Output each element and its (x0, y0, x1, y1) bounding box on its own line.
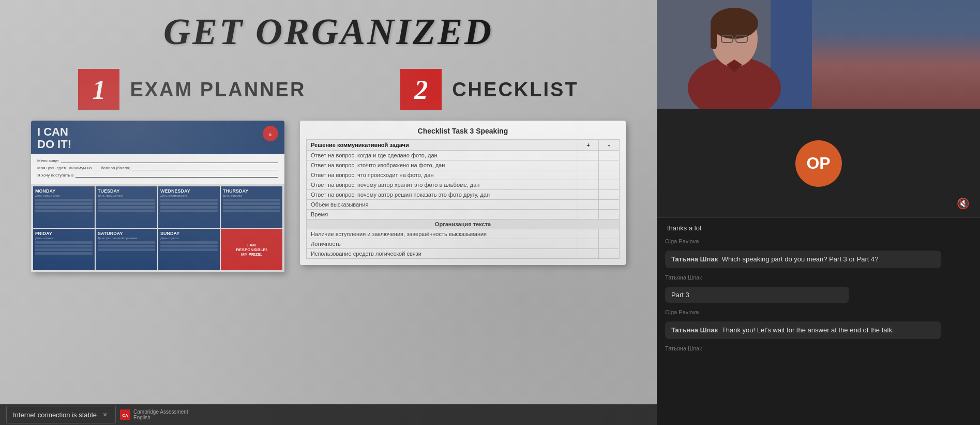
chat-message: Part 3 (665, 287, 972, 303)
col-header-main: Решение коммуникативной задачи (307, 140, 578, 151)
table-row: Объём высказывания (307, 200, 620, 210)
chat-message: thanks a lot (665, 224, 972, 232)
chat-messages: thanks a lot Olga Pavlova Татьяна Шпак W… (657, 218, 980, 425)
day-friday: Friday День чтения (33, 229, 95, 270)
table-row: Ответ на вопрос, что происходит на фото,… (307, 170, 620, 180)
sender-label: Olga Pavlova (665, 238, 972, 244)
bottom-bar: Internet connection is stable × CA Cambr… (0, 404, 657, 425)
right-sidebar: OP 🔇 thanks a lot Olga Pavlova Татьяна Ш… (657, 0, 980, 425)
connection-text: Internet connection is stable (13, 411, 97, 419)
day-wednesday: Wednesday День аудирования (158, 186, 220, 228)
day-thursday: Thursday День Письма (221, 186, 282, 228)
chat-message: Татьяна Шпак Thank you! Let's wait for t… (665, 321, 972, 339)
connection-status: Internet connection is stable × (6, 406, 116, 423)
table-section-row: Организация текста (307, 219, 620, 229)
planner-card: I CANDO IT! B Меня зовут Моя цель с (31, 121, 284, 272)
table-row: Ответ на вопрос, почему автор хранит это… (307, 180, 620, 190)
planner-header: I CANDO IT! B (31, 121, 284, 154)
table-row: Ответ на вопрос, когда и где сделано фот… (307, 151, 620, 160)
form-line-3: Я хочу поступить в (37, 172, 278, 178)
col-header-plus: + (578, 140, 599, 151)
chat-sender: Татьяна Шпак (671, 326, 718, 334)
video-section (657, 0, 980, 109)
svg-text:CA: CA (122, 413, 128, 418)
planner-form: Меня зовут Моя цель сдать минимум на ___… (31, 154, 284, 184)
checklist-title: Checklist Task 3 Speaking (306, 127, 620, 135)
section2-badge: 2 (400, 69, 442, 110)
col-header-minus: - (599, 140, 620, 151)
day-sunday: Sunday День отдыха (158, 229, 220, 270)
cambridge-logo: CA Cambridge AssessmentEnglish (120, 409, 188, 420)
slide: GET ORGANIZED 1 EXAM PLANNER 2 CHECKLIST… (0, 0, 657, 425)
table-row: Наличие вступления и заключения, завершё… (307, 229, 620, 239)
avatar-section: OP 🔇 (657, 109, 980, 217)
sender-label: Татьяна Шпак (665, 345, 972, 351)
sections-row: 1 EXAM PLANNER 2 CHECKLIST (21, 69, 636, 110)
section1-header: 1 EXAM PLANNER (78, 69, 306, 110)
video-feed (657, 0, 980, 109)
section2-header: 2 CHECKLIST (400, 69, 578, 110)
person-video (657, 0, 812, 109)
table-row: Использование средств логической связи (307, 249, 620, 259)
chat-message-text: thanks a lot (665, 224, 972, 232)
chat-bubble-text: Which speaking part do you mean? Part 3 … (722, 255, 879, 263)
table-row: Ответ на вопрос, кто/что изображено на ф… (307, 160, 620, 170)
checklist-table: Решение коммуникативной задачи + - Ответ… (306, 139, 620, 259)
days-grid: Monday День новых слов Tuesday День грам… (31, 184, 284, 272)
table-row: Ответ на вопрос, почему автор решил пока… (307, 190, 620, 200)
chat-sender: Татьяна Шпак (671, 255, 718, 263)
day-special: I AMRESPONSIBLE!MY PRIZE: (221, 229, 282, 270)
cambridge-logo-icon: CA (120, 409, 130, 420)
content-row: I CANDO IT! B Меня зовут Моя цель с (21, 121, 636, 272)
form-line-2: Моя цель сдать минимум на ___ баллов (ба… (37, 165, 278, 170)
sender-label: Olga Pavlova (665, 309, 972, 315)
day-monday: Monday День новых слов (33, 186, 95, 228)
sender-label: Татьяна Шпак (665, 274, 972, 281)
section2-label: CHECKLIST (452, 79, 578, 101)
chat-bubble: Татьяна Шпак Thank you! Let's wait for t… (665, 321, 941, 339)
chat-message: Татьяна Шпак Which speaking part do you … (665, 251, 972, 268)
avatar: OP (795, 140, 842, 187)
section1-label: EXAM PLANNER (130, 79, 306, 101)
slide-title: GET ORGANIZED (21, 10, 636, 53)
table-row: Время (307, 210, 620, 219)
table-row: Логичность (307, 239, 620, 249)
close-notification-button[interactable]: × (101, 409, 109, 420)
chat-bubble-text: Thank you! Let's wait for the answer at … (722, 326, 894, 334)
planner-motto: I CANDO IT! (37, 126, 71, 151)
mute-icon: 🔇 (957, 197, 970, 210)
svg-point-10 (711, 8, 758, 39)
chat-bubble: Татьяна Шпак Which speaking part do you … (665, 251, 941, 268)
svg-rect-11 (711, 23, 717, 49)
form-line-1: Меня зовут (37, 158, 278, 163)
chat-section: thanks a lot Olga Pavlova Татьяна Шпак W… (657, 217, 980, 425)
chat-bubble-part3: Part 3 (665, 287, 849, 303)
day-tuesday: Tuesday День грамматики (96, 186, 157, 228)
day-saturday: Saturday День разговорной практики (96, 229, 157, 270)
section1-badge: 1 (78, 69, 119, 110)
checklist-container: Checklist Task 3 Speaking Решение коммун… (300, 121, 626, 265)
presentation-area: GET ORGANIZED 1 EXAM PLANNER 2 CHECKLIST… (0, 0, 657, 425)
cambridge-logo-text: Cambridge AssessmentEnglish (133, 409, 188, 420)
checklist-header-row: Решение коммуникативной задачи + - (307, 140, 620, 151)
svg-text:B: B (269, 133, 272, 136)
britannia-logo: B (263, 126, 278, 141)
